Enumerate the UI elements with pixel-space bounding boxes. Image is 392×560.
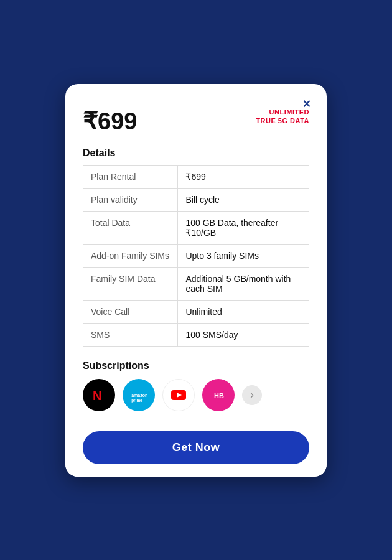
svg-text:amazon: amazon — [131, 393, 147, 398]
table-row: Add-on Family SIMsUpto 3 family SIMs — [83, 244, 309, 267]
table-cell-label: Family SIM Data — [83, 267, 178, 300]
table-cell-label: Plan validity — [83, 188, 178, 211]
amazon-prime-icon: amazon prime — [123, 379, 155, 411]
table-cell-label: Voice Call — [83, 300, 178, 323]
table-row: Voice CallUnlimited — [83, 300, 309, 323]
plan-price: ₹699 — [83, 108, 137, 135]
table-row: Plan Rental₹699 — [83, 165, 309, 188]
svg-text:HB: HB — [214, 392, 224, 399]
close-icon: × — [303, 97, 311, 111]
table-cell-value: Bill cycle — [178, 188, 309, 211]
table-cell-value: Unlimited — [178, 300, 309, 323]
table-row: SMS100 SMS/day — [83, 323, 309, 346]
close-button[interactable]: × — [297, 94, 317, 114]
table-cell-value: 100 SMS/day — [178, 323, 309, 346]
youtube-icon — [162, 379, 195, 411]
table-row: Plan validityBill cycle — [83, 188, 309, 211]
table-cell-value: ₹699 — [178, 165, 309, 188]
netflix-icon: N — [83, 379, 115, 411]
details-title: Details — [83, 147, 309, 159]
subscription-icons-row: N amazon prime — [83, 379, 309, 411]
svg-text:N: N — [93, 389, 101, 403]
more-subscriptions-icon[interactable]: › — [242, 385, 262, 405]
table-row: Total Data100 GB Data, thereafter ₹10/GB — [83, 211, 309, 244]
table-row: Family SIM DataAdditional 5 GB/month wit… — [83, 267, 309, 300]
table-cell-label: Add-on Family SIMs — [83, 244, 178, 267]
table-cell-value: 100 GB Data, thereafter ₹10/GB — [178, 211, 309, 244]
modal-scroll-area[interactable]: ₹699 UNLIMITED TRUE 5G DATA Details Plan… — [65, 84, 327, 421]
get-now-button[interactable]: Get Now — [83, 431, 309, 464]
table-cell-label: Plan Rental — [83, 165, 178, 188]
table-cell-label: SMS — [83, 323, 178, 346]
hunger-box-icon: HB — [202, 379, 235, 411]
price-row: ₹699 UNLIMITED TRUE 5G DATA — [83, 108, 309, 135]
plan-details-table: Plan Rental₹699Plan validityBill cycleTo… — [83, 165, 309, 347]
svg-text:prime: prime — [131, 398, 142, 403]
modal-footer: Get Now — [65, 421, 327, 477]
subscriptions-title: Subscriptions — [83, 360, 309, 371]
table-cell-value: Additional 5 GB/month with each SIM — [178, 267, 309, 300]
plan-detail-modal: × ₹699 UNLIMITED TRUE 5G DATA Details Pl… — [65, 84, 327, 477]
table-cell-value: Upto 3 family SIMs — [178, 244, 309, 267]
subscriptions-section: Subscriptions N amazon prime — [83, 360, 309, 411]
table-cell-label: Total Data — [83, 211, 178, 244]
